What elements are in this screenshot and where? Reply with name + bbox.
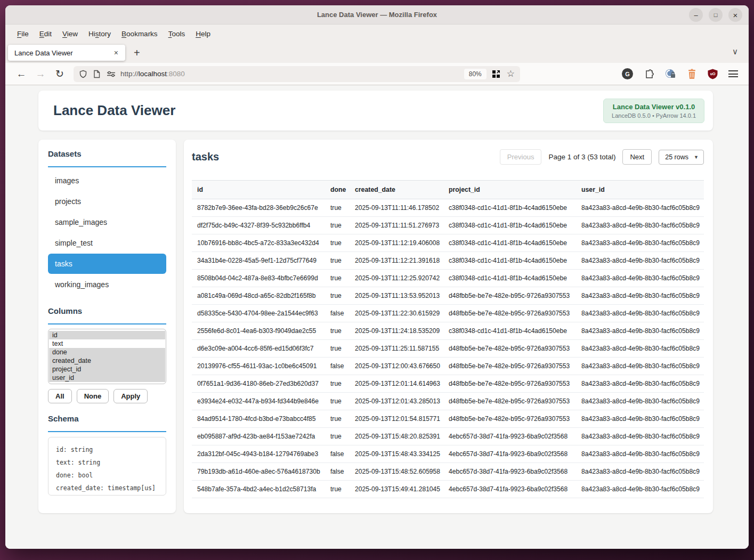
menu-history[interactable]: History (83, 27, 116, 40)
menu-hamburger-icon[interactable] (728, 70, 738, 77)
cell-project_id: 4ebc657d-38d7-41fa-9923-6ba9c02f3568 (443, 481, 576, 498)
schema-box[interactable]: id: stringtext: stringdone: boolcreated_… (48, 437, 166, 496)
menu-view[interactable]: View (57, 27, 83, 40)
schema-line: done: bool (56, 469, 158, 482)
cell-project_id: 4ebc657d-38d7-41fa-9923-6ba9c02f3568 (443, 428, 576, 445)
sidebar-item-simple_test[interactable]: simple_test (48, 233, 166, 253)
cell-id: 548b7afe-357a-4bd2-a4ec-b1d2c58713fa (192, 481, 325, 498)
cell-user_id: 8a423a83-a8cd-4e9b-8b30-facf6c05b8c9 (576, 445, 704, 463)
reload-icon[interactable]: ↻ (50, 68, 69, 80)
cell-user_id: 8a423a83-a8cd-4e9b-8b30-facf6c05b8c9 (576, 305, 704, 322)
close-button[interactable]: × (728, 8, 742, 22)
cell-project_id: c38f0348-cd1c-41d1-8f1b-4c4ad6150ebe (443, 199, 576, 217)
cell-created_date: 2025-09-13T15:48:43.334125 (350, 445, 443, 463)
window-controls: – □ × (689, 8, 742, 22)
table-row: 8782b7e9-36ee-43fa-bd28-36eb9c26c67etrue… (192, 199, 704, 217)
table-row: 0f7651a1-9d36-4180-86eb-27ed3b620d37true… (192, 375, 704, 393)
privacy-lock-extension-icon[interactable] (664, 68, 676, 80)
minimize-button[interactable]: – (689, 8, 703, 22)
rows-per-page-select[interactable]: 25 rows ▼ (659, 150, 704, 165)
cell-created_date: 2025-09-13T11:22:30.615929 (350, 305, 443, 322)
sidebar: Datasets imagesprojectssample_imagessimp… (38, 140, 176, 513)
new-tab-button[interactable]: + (134, 47, 140, 59)
navigation-toolbar: ← → ↻ http://localhost:8080 80% (5, 63, 749, 85)
maximize-button[interactable]: □ (709, 8, 723, 22)
column-header-user_id: user_id (576, 181, 704, 199)
url-bar[interactable]: http://localhost:8080 80% ☆ (74, 66, 520, 82)
menu-help[interactable]: Help (190, 27, 216, 40)
cell-project_id: d48fbb5e-be7e-482e-b95c-9726a9307553 (443, 410, 576, 428)
column-option-project_id[interactable]: project_id (49, 365, 165, 374)
column-option-user_id[interactable]: user_id (49, 374, 165, 382)
menu-file[interactable]: File (12, 27, 34, 40)
cell-id: 2da312bf-045c-4943-b184-12794769abe3 (192, 445, 325, 463)
column-header-id: id (192, 181, 325, 199)
select-none-button[interactable]: None (77, 389, 109, 403)
cell-done: true (325, 287, 350, 305)
version-badge-subtitle: LanceDB 0.5.0 • PyArrow 14.0.1 (612, 112, 696, 119)
cell-done: false (325, 463, 350, 481)
cell-created_date: 2025-09-13T11:12:25.920742 (350, 270, 443, 287)
cell-created_date: 2025-09-13T12:01:54.815771 (350, 410, 443, 428)
url-text[interactable]: http://localhost:8080 (120, 70, 459, 78)
column-option-done[interactable]: done (49, 348, 165, 356)
column-option-created_date[interactable]: created_date (49, 356, 165, 365)
cell-done: true (325, 234, 350, 252)
table-row: 2da312bf-045c-4943-b184-12794769abe3fals… (192, 445, 704, 463)
columns-button-row: All None Apply (48, 389, 166, 403)
schema-line: id: string (56, 443, 158, 456)
main-panel-header: tasks Previous Page 1 of 3 (53 total) Ne… (192, 149, 704, 165)
browser-tab[interactable]: Lance Data Viewer × (8, 45, 125, 61)
tracking-shield-icon[interactable] (79, 69, 88, 78)
table-row: e3934e24-e032-447a-b934-fd344b9e846etrue… (192, 393, 704, 410)
menu-edit[interactable]: Edit (34, 27, 57, 40)
page-info-icon[interactable] (93, 69, 102, 78)
bookmark-star-icon[interactable]: ☆ (507, 68, 515, 79)
sidebar-item-working_images[interactable]: working_images (48, 274, 166, 295)
menu-bookmarks[interactable]: Bookmarks (116, 27, 163, 40)
sidebar-item-tasks[interactable]: tasks (48, 254, 166, 274)
cell-project_id: c38f0348-cd1c-41d1-8f1b-4c4ad6150ebe (443, 252, 576, 270)
sidebar-item-projects[interactable]: projects (48, 191, 166, 212)
back-icon[interactable]: ← (12, 68, 31, 80)
sidebar-item-sample_images[interactable]: sample_images (48, 212, 166, 232)
tab-close-icon[interactable]: × (111, 48, 121, 57)
column-option-id[interactable]: id (49, 331, 165, 339)
trash-extension-icon[interactable] (687, 69, 697, 79)
cell-user_id: 8a423a83-a8cd-4e9b-8b30-facf6c05b8c9 (576, 252, 704, 270)
forward-icon[interactable]: → (31, 68, 50, 80)
column-option-text[interactable]: text (49, 339, 165, 348)
dataset-title: tasks (192, 151, 219, 163)
permissions-sliders-icon[interactable] (107, 69, 116, 78)
cell-user_id: 8a423a83-a8cd-4e9b-8b30-facf6c05b8c9 (576, 287, 704, 305)
next-page-button[interactable]: Next (622, 149, 652, 165)
columns-heading: Columns (48, 306, 166, 324)
screenshot-grid-extension-icon[interactable] (491, 69, 501, 79)
page-header-card: Lance Data Viewer Lance Data Viewer v0.1… (38, 91, 713, 131)
ublock-origin-icon[interactable]: uO (708, 69, 718, 79)
cell-project_id: d48fbb5e-be7e-482e-b95c-9726a9307553 (443, 375, 576, 393)
extensions-puzzle-icon[interactable] (644, 69, 654, 79)
columns-listbox[interactable]: idtextdonecreated_dateproject_iduser_id (48, 329, 166, 384)
cell-done: true (325, 375, 350, 393)
table-body: 8782b7e9-36ee-43fa-bd28-36eb9c26c67etrue… (192, 199, 704, 498)
cell-done: true (325, 340, 350, 358)
table-row: eb095887-af9d-423b-ae84-f153ae7242fatrue… (192, 428, 704, 445)
table-row: 79b193db-a61d-460e-a8ec-576a4618730bfals… (192, 463, 704, 481)
apply-columns-button[interactable]: Apply (113, 389, 148, 403)
select-all-button[interactable]: All (48, 389, 72, 403)
cell-created_date: 2025-09-13T15:49:41.281045 (350, 481, 443, 498)
cell-user_id: 8a423a83-a8cd-4e9b-8b30-facf6c05b8c9 (576, 481, 704, 498)
cell-done: true (325, 410, 350, 428)
previous-page-button[interactable]: Previous (500, 149, 542, 165)
zoom-level-indicator[interactable]: 80% (464, 69, 487, 79)
cell-project_id: c38f0348-cd1c-41d1-8f1b-4c4ad6150ebe (443, 234, 576, 252)
table-row: 34a31b4e-0228-45a5-9ef1-12d75cf77649true… (192, 252, 704, 270)
sidebar-item-images[interactable]: images (48, 171, 166, 191)
grammarly-extension-icon[interactable]: G (622, 68, 633, 79)
list-tabs-chevron-icon[interactable]: ∨ (732, 47, 738, 56)
menu-tools[interactable]: Tools (163, 27, 191, 40)
cell-project_id: d48fbb5e-be7e-482e-b95c-9726a9307553 (443, 287, 576, 305)
dataset-list: imagesprojectssample_imagessimple_testta… (48, 171, 166, 295)
cell-id: 84ad9514-1780-4fcd-b3bd-e73babcc4f85 (192, 410, 325, 428)
